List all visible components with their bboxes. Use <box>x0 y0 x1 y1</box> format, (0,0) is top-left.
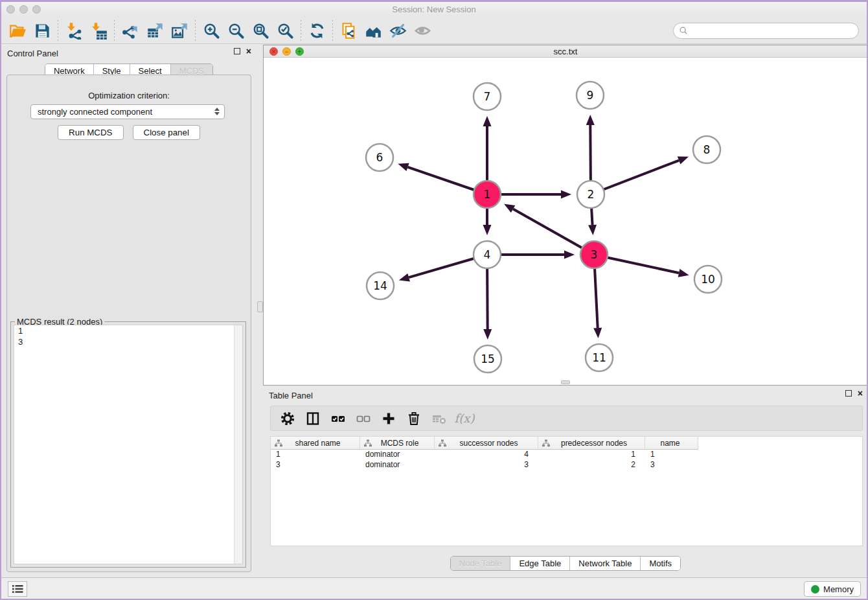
graph-node-4[interactable]: 4 <box>474 241 501 268</box>
column-manager-button[interactable] <box>305 411 321 426</box>
node-table: shared name MCDS role successor nodes pr… <box>270 436 863 546</box>
cell-successor-nodes: 3 <box>435 460 538 470</box>
graph-node-8[interactable]: 8 <box>693 136 720 163</box>
import-table-button[interactable] <box>86 19 111 42</box>
column-header-successor-nodes[interactable]: successor nodes <box>435 437 538 450</box>
graph-node-15[interactable]: 15 <box>474 345 501 373</box>
graph-node-label: 9 <box>587 89 594 102</box>
graph-node-10[interactable]: 10 <box>694 266 722 293</box>
run-mcds-button[interactable]: Run MCDS <box>58 125 123 140</box>
first-neighbors-button[interactable] <box>361 19 385 42</box>
graph-edge-2-8[interactable] <box>591 156 689 194</box>
cell-shared-name: 1 <box>271 450 360 460</box>
float-panel-icon[interactable] <box>845 390 852 397</box>
criterion-dropdown-value: strongly connected component <box>38 107 152 117</box>
cell-mcds-role: dominator <box>360 450 435 460</box>
import-table-icon <box>90 22 108 40</box>
tab-node-table[interactable]: Node Table <box>451 557 510 570</box>
control-panel: Control Panel × Network Style Select MCD… <box>1 45 257 576</box>
column-header-shared-name[interactable]: shared name <box>271 437 360 450</box>
toolbar-separator <box>195 20 196 41</box>
hierarchy-icon <box>275 439 282 447</box>
vertical-splitter-handle[interactable] <box>257 301 263 312</box>
arrowhead-icon <box>398 163 409 171</box>
mcds-result-list[interactable]: 1 3 <box>14 325 243 564</box>
mcds-result-item[interactable]: 1 <box>14 325 242 336</box>
mcds-tab-content: Optimization criterion: strongly connect… <box>6 75 251 572</box>
cell-successor-nodes: 4 <box>435 450 538 460</box>
show-graphics-details-button[interactable] <box>410 19 435 42</box>
graph-edge-3-10[interactable] <box>594 255 689 277</box>
graph-node-label: 7 <box>484 90 491 103</box>
save-icon <box>34 22 51 40</box>
zoom-in-button[interactable] <box>199 19 223 42</box>
float-panel-icon[interactable] <box>234 48 240 54</box>
graph-node-7[interactable]: 7 <box>474 83 501 110</box>
status-bar: Memory <box>1 577 867 599</box>
graph-node-9[interactable]: 9 <box>577 82 604 109</box>
close-panel-button[interactable]: Close panel <box>133 125 200 140</box>
graph-edge-3-1[interactable] <box>504 204 594 255</box>
graph-node-6[interactable]: 6 <box>366 144 393 171</box>
column-header-mcds-role[interactable]: MCDS role <box>360 437 435 450</box>
copy-network-button[interactable] <box>336 19 361 42</box>
refresh-view-button[interactable] <box>304 19 329 42</box>
zoom-fit-button[interactable] <box>248 19 273 42</box>
graph-node-14[interactable]: 14 <box>367 272 394 299</box>
save-session-button[interactable] <box>30 19 54 42</box>
graph-node-1[interactable]: 1 <box>474 181 501 208</box>
zoom-fit-icon <box>252 22 269 40</box>
hide-selected-button[interactable] <box>385 19 410 42</box>
import-network-button[interactable] <box>62 19 86 42</box>
export-network-button[interactable] <box>118 19 143 42</box>
table-row[interactable]: 3 dominator 3 2 3 <box>271 460 862 470</box>
horizontal-splitter-handle[interactable] <box>561 380 570 384</box>
export-table-button[interactable] <box>143 19 167 42</box>
mcds-result-item[interactable]: 3 <box>14 336 242 347</box>
scrollbar-track[interactable] <box>234 325 242 564</box>
cell-predecessor-nodes: 1 <box>538 450 645 460</box>
table-settings-button[interactable] <box>280 411 295 426</box>
select-all-columns-button[interactable] <box>330 411 346 426</box>
search-icon <box>679 26 688 35</box>
unselect-all-columns-button[interactable] <box>356 411 371 426</box>
tab-network-table[interactable]: Network Table <box>569 557 640 570</box>
zoom-selected-button[interactable] <box>273 19 297 42</box>
close-panel-icon[interactable]: × <box>858 390 863 397</box>
open-file-button[interactable] <box>5 19 30 42</box>
hierarchy-icon <box>542 439 550 447</box>
graph-node-2[interactable]: 2 <box>577 181 604 208</box>
network-view-window: ✕ − + scc.txt 7968124314101511 <box>263 45 868 386</box>
export-image-icon <box>171 22 188 40</box>
export-image-button[interactable] <box>167 19 192 42</box>
network-window-titlebar[interactable]: ✕ − + scc.txt <box>264 45 867 58</box>
delete-table-button[interactable] <box>431 411 447 426</box>
open-folder-icon <box>9 22 27 40</box>
network-canvas[interactable]: 7968124314101511 <box>264 58 867 385</box>
graph-node-label: 14 <box>373 279 387 292</box>
zoom-out-icon <box>227 22 245 40</box>
graph-node-label: 1 <box>484 188 491 201</box>
tab-edge-table[interactable]: Edge Table <box>510 557 569 570</box>
network-graph[interactable]: 7968124314101511 <box>264 58 867 385</box>
graph-node-3[interactable]: 3 <box>580 241 608 268</box>
delete-columns-button[interactable] <box>406 411 422 426</box>
tab-motifs[interactable]: Motifs <box>640 557 680 570</box>
criterion-dropdown[interactable]: strongly connected component <box>30 104 225 119</box>
column-header-name[interactable]: name <box>645 437 698 450</box>
graph-node-11[interactable]: 11 <box>586 344 613 371</box>
search-field[interactable] <box>673 23 859 39</box>
table-row[interactable]: 1 dominator 4 1 1 <box>271 450 862 460</box>
graph-node-label: 10 <box>701 273 715 286</box>
memory-button[interactable]: Memory <box>804 581 861 597</box>
task-history-button[interactable] <box>8 581 27 597</box>
function-builder-button[interactable]: f(x) <box>457 411 472 426</box>
close-panel-icon[interactable]: × <box>246 48 251 54</box>
zoom-out-button[interactable] <box>223 19 248 42</box>
add-column-button[interactable] <box>381 411 396 426</box>
unchecked-boxes-icon <box>356 411 371 426</box>
search-input[interactable] <box>688 26 853 35</box>
cell-name: 3 <box>645 460 698 470</box>
app-window: Session: New Session Control Panel <box>0 0 868 600</box>
column-header-predecessor-nodes[interactable]: predecessor nodes <box>538 437 645 450</box>
